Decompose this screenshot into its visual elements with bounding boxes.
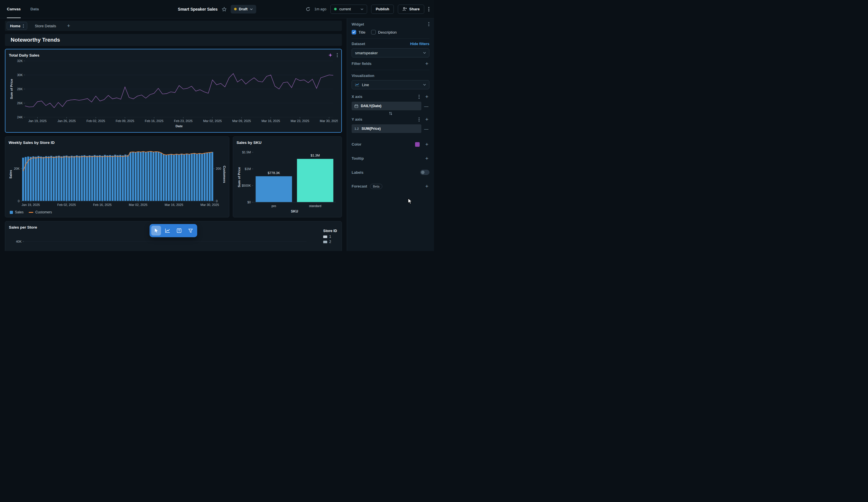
kebab-icon[interactable] (428, 22, 430, 27)
kebab-icon[interactable] (418, 117, 420, 122)
y-axis-label: Y axis (352, 117, 362, 122)
title-checkbox-label: Title (359, 30, 365, 34)
x-axis-field-pill[interactable]: DAILY(Date) (352, 102, 421, 110)
tab-data[interactable]: Data (30, 0, 39, 18)
app-window: Canvas Data Smart Speaker Sales Draft 1m… (0, 0, 434, 251)
add-page-button[interactable]: + (65, 23, 73, 29)
refresh-icon[interactable] (306, 7, 310, 11)
legend-item-store-1: 1 (323, 235, 337, 239)
favorite-star-icon[interactable] (221, 7, 227, 11)
publish-button[interactable]: Publish (371, 4, 394, 14)
svg-text:Mar 30, 2025: Mar 30, 2025 (200, 203, 219, 206)
chart-legend: Store ID 1 2 (323, 229, 337, 244)
widget-section-label: Widget (352, 22, 364, 27)
description-checkbox[interactable] (371, 30, 376, 34)
version-label: current (339, 7, 351, 11)
visualization-section-header: Visualization (352, 73, 430, 78)
widget-weekly-sales-by-store-id[interactable]: Weekly Sales by Store ID 020K0200Jan 19,… (5, 136, 229, 217)
svg-text:26K: 26K (17, 101, 23, 105)
filter-tool-button[interactable] (186, 226, 196, 235)
hide-filters-link[interactable]: Hide filters (410, 42, 430, 46)
more-menu-icon[interactable] (428, 7, 430, 12)
legend-item-store-2: 2 (323, 240, 337, 244)
status-label: Draft (239, 7, 247, 11)
topbar-nav: Canvas Data (7, 0, 39, 18)
legend-item-sales: Sales (10, 210, 23, 214)
kebab-icon[interactable] (337, 53, 338, 58)
svg-text:Mar 02, 2025: Mar 02, 2025 (129, 203, 147, 206)
legend-item-customers: Customers (29, 210, 52, 214)
color-swatch[interactable] (415, 142, 420, 147)
labels-row: Labels (352, 170, 430, 175)
combo-chart-canvas: 020K0200Jan 19, 2025Feb 02, 2025Feb 16, … (9, 146, 226, 209)
labels-toggle[interactable] (420, 170, 430, 175)
chart-title: Weekly Sales by Store ID (9, 141, 54, 145)
svg-text:Sales: Sales (9, 170, 12, 178)
visualization-selected-value: Line (362, 83, 369, 87)
swap-axes-icon[interactable] (389, 111, 392, 115)
dataset-select[interactable]: smartspeaker (352, 48, 430, 58)
title-checkbox-group[interactable]: Title (352, 30, 365, 34)
svg-text:Mar 23, 2025: Mar 23, 2025 (290, 119, 309, 123)
svg-text:Mar 02, 2025: Mar 02, 2025 (203, 119, 222, 123)
x-axis-field-row: DAILY(Date) — (352, 102, 430, 110)
add-filter-button[interactable]: + (424, 61, 430, 66)
y-axis-field-row: 1.2 SUM(Price) — (352, 124, 430, 133)
ai-sparkle-icon[interactable] (328, 53, 333, 58)
add-forecast-button[interactable]: + (424, 184, 430, 189)
chart-title: Total Daily Sales (9, 53, 39, 58)
color-row: Color + (352, 142, 430, 147)
labels-label: Labels (352, 170, 363, 175)
add-tooltip-button[interactable]: + (424, 156, 430, 161)
kebab-icon[interactable] (418, 94, 420, 99)
add-x-field-button[interactable]: + (424, 94, 430, 99)
draft-dot-icon (234, 8, 237, 10)
page-tab-store-details[interactable]: Store Details (31, 24, 60, 28)
visualization-select[interactable]: Line (352, 80, 430, 89)
dataset-section-label: Dataset (352, 42, 365, 46)
beta-badge: Beta (370, 184, 382, 189)
svg-text:Feb 02, 2025: Feb 02, 2025 (86, 119, 105, 123)
y-axis-field-name: SUM(Price) (361, 127, 381, 131)
remove-y-field-button[interactable]: — (423, 126, 430, 131)
select-tool-button[interactable] (151, 226, 161, 235)
visualization-section-label: Visualization (352, 73, 374, 78)
kebab-icon[interactable] (23, 24, 24, 28)
tab-canvas[interactable]: Canvas (7, 0, 21, 18)
share-label: Share (409, 7, 420, 11)
line-chart-canvas: 24K26K28K30K32KJan 19, 2025Jan 26, 2025F… (9, 59, 338, 131)
svg-text:20K: 20K (14, 167, 20, 170)
text-tool-button[interactable] (174, 226, 184, 235)
status-dropdown[interactable]: Draft (230, 5, 256, 13)
tooltip-row: Tooltip + (352, 156, 430, 161)
widget-total-daily-sales[interactable]: Total Daily Sales 24K26K28K30K32KJan 19,… (5, 49, 342, 133)
svg-text:Sum of Price: Sum of Price (237, 167, 241, 187)
y-axis-field-pill[interactable]: 1.2 SUM(Price) (352, 124, 421, 133)
svg-text:Jan 26, 2025: Jan 26, 2025 (58, 119, 76, 123)
description-checkbox-group[interactable]: Description (371, 30, 397, 34)
legend-label: 2 (329, 240, 331, 244)
version-dropdown[interactable]: current (330, 4, 367, 14)
chevron-down-icon (250, 8, 252, 10)
page-tab-home[interactable]: Home (7, 22, 27, 30)
chart-legend: Sales Customers (9, 209, 226, 215)
svg-text:Jan 19, 2025: Jan 19, 2025 (21, 203, 40, 206)
chart-tool-button[interactable] (163, 226, 173, 235)
widget-section-header: Widget (352, 22, 430, 27)
config-panel: Widget Title Description (347, 18, 434, 251)
x-axis-label: X axis (352, 94, 362, 99)
page-tab-strip: Home Store Details + (5, 21, 342, 31)
svg-text:Sum of Price: Sum of Price (10, 79, 13, 99)
add-color-button[interactable]: + (424, 142, 430, 147)
svg-text:SKU: SKU (291, 209, 298, 213)
legend-swatch (323, 240, 327, 243)
remove-x-field-button[interactable]: — (423, 104, 430, 109)
share-button[interactable]: Share (398, 4, 424, 14)
version-dot-icon (334, 8, 337, 10)
chart-icon (165, 228, 170, 233)
text-widget[interactable]: Noteworthy Trends (5, 34, 342, 46)
swap-axes-row (352, 111, 430, 115)
add-y-field-button[interactable]: + (424, 116, 430, 122)
title-checkbox[interactable] (352, 30, 356, 34)
widget-sales-by-sku[interactable]: Sales by SKU $0$500K$1M$1.5M$778.3Kpro$1… (233, 136, 342, 217)
